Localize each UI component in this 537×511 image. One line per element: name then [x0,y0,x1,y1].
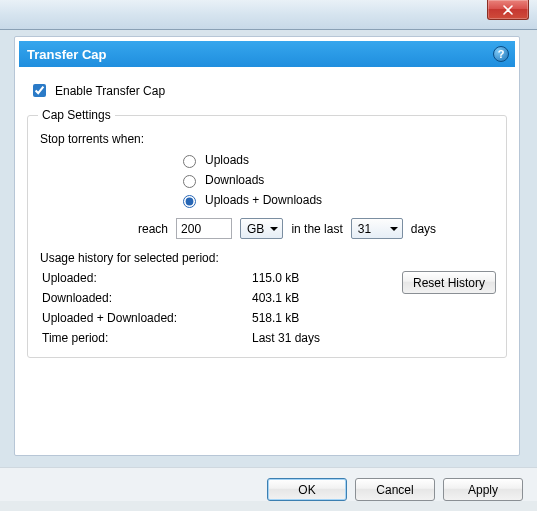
cap-settings-legend: Cap Settings [38,108,115,122]
ok-button[interactable]: OK [267,478,347,501]
reach-unit-select[interactable]: GB [240,218,283,239]
usage-grid: Uploaded: 115.0 kB Downloaded: 403.1 kB … [42,271,372,345]
period-select[interactable]: 31 [351,218,403,239]
usage-history-label: Usage history for selected period: [40,251,496,265]
chevron-down-icon [390,227,398,231]
cancel-button[interactable]: Cancel [355,478,435,501]
radio-downloads-label: Downloads [205,173,264,187]
stop-torrents-label: Stop torrents when: [40,132,496,146]
enable-transfer-cap-label: Enable Transfer Cap [55,84,165,98]
usage-key: Downloaded: [42,291,252,305]
usage-key: Uploaded: [42,271,252,285]
period-value: 31 [358,222,371,236]
section-title: Transfer Cap [27,47,106,62]
usage-val: 115.0 kB [252,271,372,285]
radio-uploads[interactable]: Uploads [178,152,496,168]
window-titlebar [0,0,537,30]
usage-area: Uploaded: 115.0 kB Downloaded: 403.1 kB … [42,271,496,345]
enable-transfer-cap-row[interactable]: Enable Transfer Cap [29,81,507,100]
usage-val: Last 31 days [252,331,372,345]
usage-val: 518.1 kB [252,311,372,325]
reach-label: reach [138,222,168,236]
reset-history-button[interactable]: Reset History [402,271,496,294]
background-statusbar [0,501,537,511]
enable-transfer-cap-checkbox[interactable] [33,84,46,97]
help-icon[interactable]: ? [493,46,509,62]
usage-key: Uploaded + Downloaded: [42,311,252,325]
usage-key: Time period: [42,331,252,345]
days-label: days [411,222,436,236]
reach-row: reach GB in the last 31 days [138,218,496,239]
reach-value-input[interactable] [176,218,232,239]
radio-downloads[interactable]: Downloads [178,172,496,188]
dialog-panel: Transfer Cap ? Enable Transfer Cap Cap S… [14,36,520,456]
preferences-window: Transfer Cap ? Enable Transfer Cap Cap S… [0,0,537,511]
close-icon [503,5,513,15]
usage-val: 403.1 kB [252,291,372,305]
radio-downloads-input[interactable] [183,175,196,188]
section-header: Transfer Cap ? [19,41,515,67]
radio-both-label: Uploads + Downloads [205,193,322,207]
cap-settings-group: Cap Settings Stop torrents when: Uploads… [27,108,507,358]
radio-uploads-input[interactable] [183,155,196,168]
radio-uploads-label: Uploads [205,153,249,167]
apply-button[interactable]: Apply [443,478,523,501]
reach-unit-value: GB [247,222,264,236]
radio-both-input[interactable] [183,195,196,208]
stop-condition-radios: Uploads Downloads Uploads + Downloads [178,152,496,208]
chevron-down-icon [270,227,278,231]
window-close-button[interactable] [487,0,529,20]
in-last-label: in the last [291,222,342,236]
section-content: Enable Transfer Cap Cap Settings Stop to… [15,67,519,366]
radio-both[interactable]: Uploads + Downloads [178,192,496,208]
